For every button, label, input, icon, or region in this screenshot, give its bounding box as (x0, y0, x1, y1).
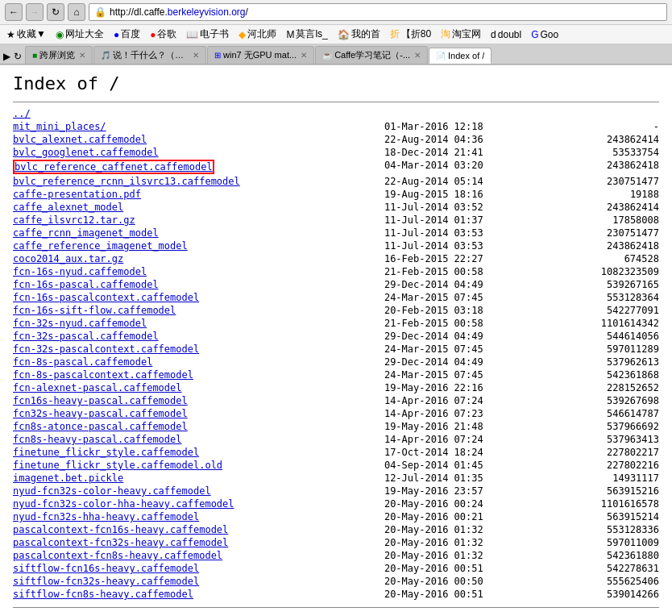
file-link[interactable]: pascalcontext-fcn32s-heavy.caffemodel (13, 537, 228, 548)
file-name-cell: pascalcontext-fcn8s-heavy.caffemodel (13, 549, 352, 562)
file-link[interactable]: ../ (13, 108, 31, 119)
table-row: fcn-32s-pascal.caffemodel29-Dec-2014 04:… (13, 330, 659, 343)
file-link[interactable]: coco2014_aux.tar.gz (13, 253, 123, 264)
baidu-icon: ● (114, 29, 119, 40)
table-row: fcn-8s-pascal.caffemodel29-Dec-2014 04:4… (13, 356, 659, 368)
file-link[interactable]: fcn8s-heavy-pascal.caffemodel (13, 434, 182, 445)
bookmark-doubl[interactable]: d doubl (487, 28, 525, 41)
file-link[interactable]: fcn-alexnet-pascal.caffemodel (13, 382, 182, 393)
file-date-cell: 04-Sep-2014 01:45 (352, 459, 548, 472)
bookmark-home[interactable]: 🏠 我的首 (334, 27, 384, 42)
file-link[interactable]: fcn32s-heavy-pascal.caffemodel (13, 408, 188, 419)
file-link[interactable]: fcn-16s-pascal.caffemodel (13, 279, 159, 290)
tab-say-close[interactable]: ✕ (193, 51, 199, 60)
bookmark-moyan[interactable]: M 莫言ls_ (283, 27, 330, 42)
file-size-cell: 14931117 (548, 472, 659, 485)
table-row: siftflow-fcn8s-heavy.caffemodel20-May-20… (13, 588, 659, 601)
file-size-cell: 546614787 (548, 407, 659, 420)
tab-win7-close[interactable]: ✕ (301, 51, 307, 60)
file-size-cell: 674528 (548, 252, 659, 265)
tab-win7[interactable]: ⊞ win7 无GPU mat... ✕ (207, 46, 314, 64)
file-link[interactable]: mit_mini_places/ (13, 121, 106, 132)
forward-button[interactable]: → (26, 3, 44, 21)
crossscreen-icon: ■ (32, 51, 37, 60)
file-link[interactable]: finetune_flickr_style.caffemodel (13, 447, 199, 458)
file-link[interactable]: fcn-16s-pascalcontext.caffemodel (13, 292, 199, 303)
file-link[interactable]: fcn-32s-nyud.caffemodel (13, 318, 147, 329)
bookmark-collections[interactable]: ★ 收藏▼ (3, 27, 49, 42)
file-size-cell: 227802216 (548, 459, 659, 472)
bookmark-web[interactable]: ◉ 网址大全 (52, 27, 107, 42)
address-bar[interactable]: 🔒 http://dl.caffe.berkeleyvision.org/ (89, 3, 667, 21)
file-link[interactable]: caffe_alexnet_model (13, 202, 123, 213)
sidebar-toggle[interactable]: ▶ ↻ (0, 49, 25, 64)
address-prefix: http://dl.caffe. (110, 6, 168, 18)
tab-crossscreen-close[interactable]: ✕ (79, 51, 85, 60)
file-date-cell: 21-Feb-2015 00:58 (352, 317, 548, 330)
file-link[interactable]: bvlc_alexnet.caffemodel (13, 134, 147, 145)
file-name-cell: ../ (13, 107, 352, 120)
file-link[interactable]: fcn-32s-pascal.caffemodel (13, 331, 159, 342)
file-size-cell: 243862414 (548, 133, 659, 146)
file-link[interactable]: siftflow-fcn32s-heavy.caffemodel (13, 576, 199, 587)
file-name-cell: fcn-16s-pascalcontext.caffemodel (13, 291, 352, 304)
bookmark-taobao[interactable]: 淘 淘宝网 (438, 27, 484, 42)
file-table: ../mit_mini_places/01-Mar-2016 12:18-bvl… (13, 107, 659, 601)
file-date-cell: 29-Dec-2014 04:49 (352, 330, 548, 343)
bookmark-ebook[interactable]: 📖 电子书 (183, 27, 232, 42)
file-name-cell: caffe_alexnet_model (13, 201, 352, 214)
file-link[interactable]: fcn16s-heavy-pascal.caffemodel (13, 395, 188, 406)
table-row: nyud-fcn32s-color-heavy.caffemodel19-May… (13, 485, 659, 497)
file-link[interactable]: nyud-fcn32s-hha-heavy.caffemodel (13, 511, 199, 522)
file-link[interactable]: fcn-32s-pascalcontext.caffemodel (13, 343, 199, 355)
school-icon: ◆ (239, 29, 246, 40)
file-name-cell: fcn-16s-pascal.caffemodel (13, 278, 352, 291)
tab-crossscreen[interactable]: ■ 跨屏浏览 ✕ (25, 46, 93, 64)
star-icon: ★ (6, 29, 15, 40)
back-button[interactable]: ← (5, 3, 23, 21)
file-link-highlighted[interactable]: bvlc_reference_caffenet.caffemodel (13, 160, 214, 174)
file-name-cell: fcn-32s-pascalcontext.caffemodel (13, 343, 352, 356)
file-link[interactable]: fcn-16s-nyud.caffemodel (13, 266, 147, 277)
file-link[interactable]: pascalcontext-fcn16s-heavy.caffemodel (13, 524, 228, 535)
file-link[interactable]: siftflow-fcn8s-heavy.caffemodel (13, 589, 193, 600)
reload-button[interactable]: ↻ (47, 3, 64, 21)
file-link[interactable]: caffe_ilsvrc12.tar.gz (13, 214, 135, 226)
file-link[interactable]: fcn8s-atonce-pascal.caffemodel (13, 421, 188, 432)
file-link[interactable]: fcn-16s-sift-flow.caffemodel (13, 305, 176, 316)
tab-say[interactable]: 🎵 说！千什么？（副... ✕ (93, 46, 206, 64)
file-link[interactable]: nyud-fcn32s-color-hha-heavy.caffemodel (13, 498, 234, 510)
home-button[interactable]: ⌂ (68, 3, 85, 21)
bookmark-google[interactable]: ● 谷歌 (147, 27, 180, 42)
file-size-cell: 542278631 (548, 562, 659, 575)
file-name-cell: bvlc_reference_rcnn_ilsvrc13.caffemodel (13, 175, 352, 188)
tab-index[interactable]: 📄 Index of / (429, 48, 492, 64)
file-link[interactable]: fcn-8s-pascal.caffemodel (13, 356, 152, 368)
file-link[interactable]: caffe_rcnn_imagenet_model (13, 227, 159, 239)
tab-caffe-close[interactable]: ✕ (414, 51, 421, 60)
bookmark-google2[interactable]: G Goo (528, 28, 562, 41)
table-row: coco2014_aux.tar.gz16-Feb-2015 22:276745… (13, 252, 659, 265)
bookmark-hebei[interactable]: ◆ 河北师 (235, 27, 280, 42)
file-size-cell: 563915216 (548, 485, 659, 497)
file-name-cell: fcn-32s-pascal.caffemodel (13, 330, 352, 343)
table-row: fcn-32s-nyud.caffemodel21-Feb-2015 00:58… (13, 317, 659, 330)
table-row: ../ (13, 107, 659, 120)
discount-icon: 折 (390, 27, 400, 41)
file-link[interactable]: caffe-presentation.pdf (13, 189, 141, 200)
bookmark-baidu[interactable]: ● 百度 (110, 27, 143, 42)
file-link[interactable]: fcn-8s-pascalcontext.caffemodel (13, 369, 193, 381)
file-link[interactable]: bvlc_reference_rcnn_ilsvrc13.caffemodel (13, 176, 240, 187)
file-link[interactable]: imagenet.bet.pickle (13, 472, 123, 484)
file-link[interactable]: siftflow-fcn16s-heavy.caffemodel (13, 563, 199, 574)
file-link[interactable]: bvlc_googlenet.caffemodel (13, 147, 159, 158)
file-link[interactable]: caffe_reference_imagenet_model (13, 240, 188, 252)
file-link[interactable]: nyud-fcn32s-color-heavy.caffemodel (13, 485, 211, 497)
tab-say-label: 说！千什么？（副... (113, 49, 189, 61)
file-link[interactable]: pascalcontext-fcn8s-heavy.caffemodel (13, 550, 222, 561)
file-name-cell: caffe_ilsvrc12.tar.gz (13, 214, 352, 227)
sidebar-icon: ▶ (3, 51, 10, 62)
file-link[interactable]: finetune_flickr_style.caffemodel.old (13, 460, 222, 471)
tab-caffe[interactable]: ☕ Caffe学习笔记（-... ✕ (315, 46, 428, 64)
bookmark-discount[interactable]: 折 【折80 (387, 27, 434, 42)
